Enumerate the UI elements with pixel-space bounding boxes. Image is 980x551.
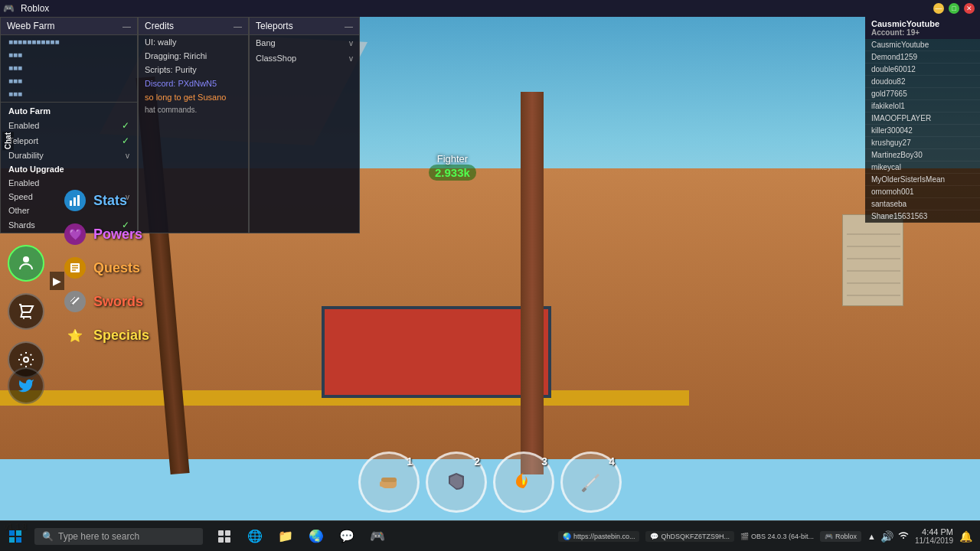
notification-icons: ▲ 🔊 (867, 530, 909, 543)
quests-icon (64, 257, 86, 279)
credit-discord: Discord: PXdNwN5 (139, 77, 248, 90)
svg-rect-5 (74, 197, 76, 206)
svg-line-12 (70, 297, 75, 302)
maximize-button[interactable]: □ (949, 3, 959, 14)
list-item[interactable]: santaseba (865, 198, 980, 210)
powers-menu-item[interactable]: 💜 Powers (61, 217, 152, 251)
svg-rect-21 (225, 530, 230, 536)
taskbar-obs[interactable]: 🎬 OBS 24.0.3 (64-bit... (740, 533, 814, 540)
enabled-item[interactable]: Enabled ✓ (1, 118, 137, 133)
hotbar-slot-2[interactable]: 2 (426, 452, 487, 513)
list-item[interactable]: gold77665 (865, 88, 980, 100)
quests-label: Quests (93, 260, 140, 276)
tp-classshop[interactable]: ClassShop v (250, 51, 359, 66)
teleports-header: Teleports — (250, 18, 359, 35)
powers-label: Powers (93, 227, 142, 243)
taskbar-app-edge[interactable]: 🌐 (241, 523, 269, 550)
tp-bang[interactable]: Bang v (250, 35, 359, 51)
taskbar-right: 🌏 https://pastebin.co... 💬 QhDSQKFZ6TZS9… (558, 527, 980, 545)
volume-icon[interactable]: 🔊 (880, 530, 893, 543)
list-item[interactable]: Shane15631563 (865, 210, 980, 223)
quests-menu-item[interactable]: Quests (61, 251, 152, 285)
taskbar-clock[interactable]: 4:44 PM 11/14/2019 (915, 527, 953, 545)
browser-icon: 🌏 (563, 533, 571, 540)
list-item[interactable]: killer300042 (865, 125, 980, 137)
list-item[interactable]: MartinezBoy30 (865, 149, 980, 161)
teleport-item[interactable]: Teleport ✓ (1, 133, 137, 148)
specials-label: Specials (93, 328, 149, 344)
taskbar-app-taskview[interactable] (211, 523, 238, 550)
notification-button[interactable]: 🔔 (959, 530, 972, 543)
taskbar-time-display: 4:44 PM (915, 527, 953, 536)
weeb-farm-header: Weeb Farm — (1, 18, 137, 35)
list-item[interactable]: CausmicYoutube (865, 39, 980, 51)
qhd-label: QhDSQKFZ6TZS9H... (661, 533, 730, 540)
taskbar: 🔍 Type here to search 🌐 📁 🌏 💬 🎮 🌏 https:… (0, 520, 980, 551)
credit-dragging: Dragging: Ririchi (139, 49, 248, 63)
svg-rect-23 (225, 537, 230, 543)
taskbar-search-placeholder: Type here to search (58, 531, 139, 542)
roblox-icon: 🎮 (825, 533, 833, 540)
player-list: CausmicYoutube Account: 19+ CausmicYoutu… (865, 17, 980, 223)
credits-panel: Credits — UI: wally Dragging: Ririchi Sc… (138, 17, 249, 233)
taskbar-app-discord[interactable]: 💬 (333, 523, 361, 550)
start-button[interactable] (0, 521, 31, 552)
teleports-close[interactable]: — (345, 21, 353, 31)
list-item[interactable]: IMAOOFPLAYER (865, 112, 980, 125)
blurred-line-2: ■■■ (1, 48, 137, 61)
hotbar-slot-1[interactable]: 1 (358, 452, 420, 513)
list-item[interactable]: omomoh001 (865, 186, 980, 198)
search-icon: 🔍 (42, 531, 54, 542)
obs-label: OBS 24.0.3 (64-bit... (751, 533, 814, 540)
svg-line-18 (587, 478, 595, 486)
titlebar-icon: 🎮 (3, 3, 15, 14)
close-button[interactable]: ✕ (964, 3, 975, 14)
svg-rect-20 (218, 530, 224, 536)
cart-button[interactable] (8, 293, 44, 330)
hotbar-slot-3[interactable]: 3 (493, 452, 554, 513)
list-item[interactable]: krushguy27 (865, 137, 980, 149)
swords-label: Swords (93, 294, 143, 310)
svg-rect-6 (77, 195, 80, 206)
taskbar-app-chrome[interactable]: 🌏 (302, 523, 330, 550)
show-hidden-icon[interactable]: ▲ (867, 532, 876, 541)
list-item[interactable]: MyOlderSisterIsMean (865, 174, 980, 186)
svg-point-1 (23, 318, 24, 319)
top-panels: Weeb Farm — ■■■■■■■■■■■ ■■■ ■■■ ■■■ ■■■ … (0, 17, 360, 233)
svg-point-2 (30, 318, 31, 319)
weeb-farm-close[interactable]: — (122, 21, 131, 31)
svg-point-0 (23, 256, 29, 262)
network-icon[interactable] (898, 530, 909, 543)
list-item[interactable]: Demond1259 (865, 51, 980, 64)
stats-menu-item[interactable]: Stats (61, 184, 152, 217)
browser-url: https://pastebin.co... (573, 533, 635, 540)
taskbar-browser[interactable]: 🌏 https://pastebin.co... (558, 531, 640, 542)
taskbar-app-roblox2[interactable]: 🎮 (364, 523, 391, 550)
blurred-line-1: ■■■■■■■■■■■ (1, 35, 137, 48)
credit-message: so long to get Susano (139, 90, 248, 104)
player-header-name: CausmicYoutube (871, 19, 974, 28)
fire-icon (510, 468, 537, 496)
titlebar: 🎮 Roblox — □ ✕ (0, 0, 980, 17)
roblox-label: Roblox (835, 533, 857, 540)
player-button[interactable] (8, 245, 44, 282)
list-item[interactable]: double60012 (865, 64, 980, 76)
list-item[interactable]: mikeycal (865, 161, 980, 174)
swords-menu-item[interactable]: Swords (61, 285, 152, 318)
qhd-icon: 💬 (650, 533, 658, 540)
hotbar-slot-4[interactable]: 4 (560, 452, 622, 513)
specials-menu-item[interactable]: ⭐ Specials (61, 318, 152, 352)
list-item[interactable]: ifakikelol1 (865, 100, 980, 112)
twitter-button[interactable] (8, 367, 44, 404)
taskbar-qhd[interactable]: 💬 QhDSQKFZ6TZS9H... (645, 531, 734, 542)
obs-icon: 🎬 (740, 533, 749, 540)
taskbar-roblox-app[interactable]: 🎮 Roblox (820, 531, 861, 542)
minimize-button[interactable]: — (933, 3, 944, 14)
credits-close[interactable]: — (234, 21, 242, 31)
hotbar-num-3: 3 (541, 455, 547, 468)
taskbar-app-explorer[interactable]: 📁 (272, 523, 299, 550)
taskbar-search[interactable]: 🔍 Type here to search (34, 528, 203, 545)
fighter-info: Fighter 2.933k (429, 153, 476, 181)
durability-item[interactable]: Durability v (1, 148, 137, 162)
list-item[interactable]: doudou82 (865, 76, 980, 88)
